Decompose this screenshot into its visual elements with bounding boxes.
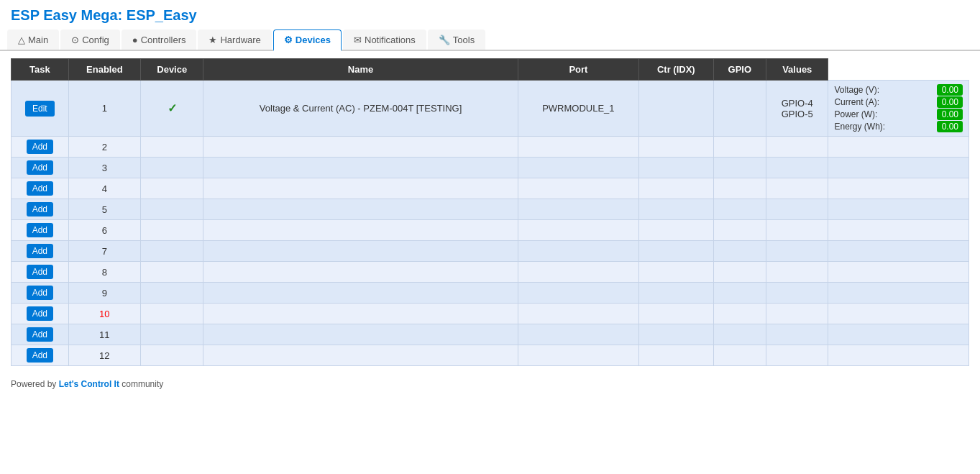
port-cell <box>639 283 714 304</box>
nav-label-devices: Devices <box>296 35 331 45</box>
button-cell: Add <box>12 324 69 345</box>
device-cell <box>203 345 518 366</box>
task-number: 8 <box>68 262 140 283</box>
nav-item-main[interactable]: △Main <box>7 29 59 50</box>
nav-label-controllers: Controllers <box>141 35 186 45</box>
value-label: Voltage (V): <box>834 85 879 95</box>
task-number: 9 <box>68 283 140 304</box>
name-cell <box>518 178 638 199</box>
table-row: Add6 <box>12 220 969 241</box>
nav-icon-config: ⊙ <box>71 35 79 45</box>
device-cell <box>203 262 518 283</box>
enabled-cell <box>141 199 203 220</box>
footer-link[interactable]: Let's Control It <box>59 379 119 389</box>
port-cell <box>639 324 714 345</box>
device-cell <box>203 158 518 178</box>
table-row: Add11 <box>12 324 969 345</box>
add-button[interactable]: Add <box>27 286 53 300</box>
button-cell: Add <box>12 158 69 178</box>
nav-item-notifications[interactable]: ✉Notifications <box>343 29 426 50</box>
nav-item-config[interactable]: ⊙Config <box>60 29 120 50</box>
value-label: Energy (Wh): <box>834 122 885 132</box>
footer-prefix: Powered by <box>11 379 59 389</box>
button-cell: Add <box>12 283 69 304</box>
enabled-cell <box>141 137 203 158</box>
nav-label-config: Config <box>82 35 109 45</box>
gpio-cell <box>766 178 828 199</box>
ctr-cell <box>713 199 766 220</box>
table-row: Edit1✓Voltage & Current (AC) - PZEM-004T… <box>12 81 969 137</box>
nav-icon-notifications: ✉ <box>354 35 362 45</box>
gpio-cell <box>766 241 828 262</box>
add-button[interactable]: Add <box>27 265 53 279</box>
value-row: Voltage (V):0.00 <box>834 84 963 96</box>
value-label: Power (W): <box>834 109 877 119</box>
nav-item-hardware[interactable]: ★Hardware <box>198 29 271 50</box>
name-cell: PWRMODULE_1 <box>518 81 638 137</box>
add-button[interactable]: Add <box>27 327 53 342</box>
task-number: 5 <box>68 199 140 220</box>
button-cell: Add <box>12 220 69 241</box>
footer: Powered by Let's Control It community <box>0 373 980 395</box>
port-cell <box>639 199 714 220</box>
values-cell <box>828 345 969 366</box>
button-cell: Add <box>12 178 69 199</box>
name-cell <box>518 283 638 304</box>
button-cell: Edit <box>12 81 69 137</box>
ctr-cell <box>713 262 766 283</box>
ctr-cell <box>713 345 766 366</box>
add-button[interactable]: Add <box>27 160 53 175</box>
table-row: Add5 <box>12 199 969 220</box>
values-cell <box>828 241 969 262</box>
add-button[interactable]: Add <box>27 140 53 154</box>
nav-icon-controllers: ● <box>132 35 138 45</box>
gpio-cell <box>766 304 828 324</box>
name-cell <box>518 304 638 324</box>
col-header-gpio: GPIO <box>713 59 766 81</box>
device-cell <box>203 324 518 345</box>
value-badge: 0.00 <box>937 84 963 96</box>
nav-item-devices[interactable]: ⚙Devices <box>273 29 342 51</box>
add-button[interactable]: Add <box>27 306 53 321</box>
table-row: Add9 <box>12 283 969 304</box>
nav-label-notifications: Notifications <box>365 35 416 45</box>
port-cell <box>639 220 714 241</box>
add-button[interactable]: Add <box>27 202 53 217</box>
nav-icon-tools: 🔧 <box>439 35 450 45</box>
checkmark-icon: ✓ <box>168 102 177 114</box>
navigation: △Main⊙Config●Controllers★Hardware⚙Device… <box>0 29 980 51</box>
add-button[interactable]: Add <box>27 223 53 237</box>
add-button[interactable]: Add <box>27 348 53 363</box>
col-header-ctr: Ctr (IDX) <box>639 59 714 81</box>
enabled-cell <box>141 158 203 178</box>
table-row: Add3 <box>12 158 969 178</box>
port-cell <box>639 262 714 283</box>
device-cell <box>203 178 518 199</box>
edit-button[interactable]: Edit <box>25 101 55 117</box>
device-cell <box>203 199 518 220</box>
task-number: 2 <box>68 137 140 158</box>
ctr-cell <box>713 324 766 345</box>
enabled-cell: ✓ <box>141 81 203 137</box>
enabled-cell <box>141 283 203 304</box>
enabled-cell <box>141 324 203 345</box>
values-cell <box>828 304 969 324</box>
name-cell <box>518 345 638 366</box>
values-cell <box>828 178 969 199</box>
nav-item-controllers[interactable]: ●Controllers <box>122 29 197 50</box>
footer-suffix: community <box>119 379 163 389</box>
task-number: 7 <box>68 241 140 262</box>
nav-label-tools: Tools <box>453 35 475 45</box>
add-button[interactable]: Add <box>27 181 53 196</box>
port-cell <box>639 345 714 366</box>
nav-item-tools[interactable]: 🔧Tools <box>428 29 485 50</box>
enabled-cell <box>141 304 203 324</box>
gpio-cell <box>766 137 828 158</box>
name-cell <box>518 137 638 158</box>
enabled-cell <box>141 178 203 199</box>
add-button[interactable]: Add <box>27 244 53 258</box>
col-header-port: Port <box>518 59 638 81</box>
value-badge: 0.00 <box>937 121 963 132</box>
value-row: Power (W):0.00 <box>834 109 963 120</box>
task-number: 11 <box>68 324 140 345</box>
